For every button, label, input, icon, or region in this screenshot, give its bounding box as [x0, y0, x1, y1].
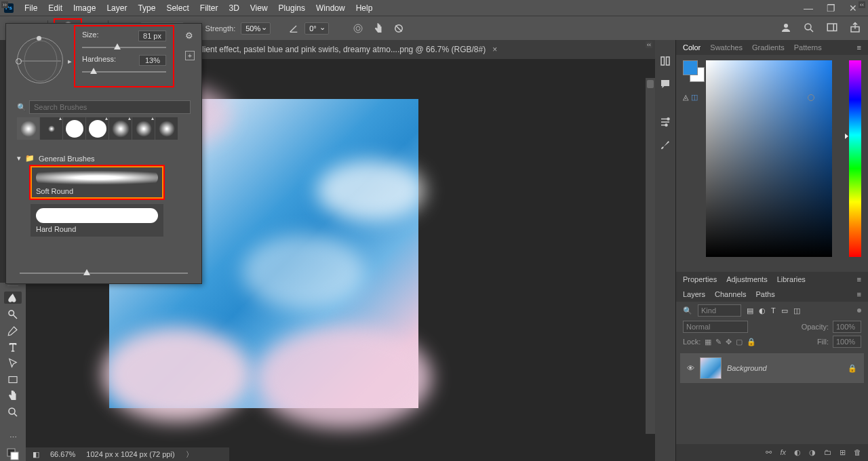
- tool-rectangle[interactable]: [4, 374, 22, 386]
- recent-brush[interactable]: ▴: [86, 117, 108, 140]
- layer-row-background[interactable]: 👁 Background 🔒: [680, 353, 864, 383]
- tool-hand[interactable]: [4, 390, 22, 402]
- zoom-level[interactable]: 66.67%: [50, 450, 75, 458]
- panel-menu-icon[interactable]: ≡: [857, 43, 861, 52]
- window-close-icon[interactable]: ✕: [849, 3, 857, 14]
- recent-brush[interactable]: ▴: [109, 117, 132, 140]
- filter-kind-select[interactable]: Kind: [698, 304, 741, 317]
- filter-search-icon[interactable]: 🔍: [683, 306, 692, 315]
- recent-brush[interactable]: [63, 117, 85, 140]
- brush-preset-soft-round[interactable]: Soft Round: [31, 166, 163, 199]
- tool-path-select[interactable]: [4, 357, 22, 369]
- panel-menu-icon[interactable]: ≡: [857, 275, 861, 283]
- brush-settings-gear-icon[interactable]: ⚙: [185, 31, 193, 41]
- size-slider[interactable]: [82, 47, 166, 48]
- recent-brush[interactable]: [155, 117, 178, 140]
- filter-adjust-icon[interactable]: ◐: [759, 306, 766, 315]
- finger-painting-icon[interactable]: [371, 21, 386, 36]
- layer-visibility-icon[interactable]: 👁: [687, 364, 694, 372]
- menu-3d[interactable]: 3D: [223, 3, 244, 13]
- tool-zoom[interactable]: [4, 406, 22, 418]
- collapse-icon[interactable]: ▾: [17, 154, 21, 163]
- tab-properties[interactable]: Properties: [683, 275, 717, 283]
- history-icon[interactable]: [659, 55, 671, 68]
- share-icon[interactable]: [849, 22, 861, 35]
- workspace-icon[interactable]: [826, 22, 838, 35]
- filter-smart-icon[interactable]: ◫: [793, 306, 800, 315]
- brush-search-input[interactable]: [29, 100, 191, 114]
- menu-image[interactable]: Image: [68, 3, 101, 13]
- document-tab[interactable]: lient effect, pastel blue and pink swirl…: [202, 45, 486, 54]
- quickmask-icon[interactable]: ◧: [33, 450, 39, 459]
- hue-slider[interactable]: [849, 60, 861, 257]
- tab-libraries[interactable]: Libraries: [777, 275, 806, 283]
- tool-type[interactable]: [4, 341, 22, 353]
- tool-pen[interactable]: [4, 325, 22, 337]
- size-value[interactable]: 81 px: [138, 31, 166, 41]
- menu-edit[interactable]: Edit: [43, 3, 68, 13]
- layer-lock-icon[interactable]: 🔒: [848, 364, 857, 373]
- menu-type[interactable]: Type: [132, 3, 161, 13]
- brushes-icon[interactable]: [659, 139, 671, 153]
- brush-angle-control[interactable]: ▸: [17, 37, 63, 83]
- foreground-background-colors[interactable]: [4, 447, 22, 461]
- strength-select[interactable]: 50%: [241, 22, 271, 35]
- cube-icon[interactable]: ◫: [691, 93, 698, 102]
- menu-layer[interactable]: Layer: [101, 3, 132, 13]
- tab-patterns[interactable]: Patterns: [794, 43, 822, 52]
- panel-menu-icon[interactable]: ≡: [857, 290, 861, 298]
- lock-pixels-icon[interactable]: ▦: [705, 338, 711, 346]
- tab-channels[interactable]: Channels: [715, 290, 746, 298]
- expand-strip-icon[interactable]: ››: [1, 1, 8, 8]
- angle-input[interactable]: 0°: [304, 22, 329, 35]
- status-chevron-icon[interactable]: 〉: [186, 449, 193, 460]
- lock-brush-icon[interactable]: ✎: [715, 338, 722, 346]
- window-minimize-icon[interactable]: —: [804, 3, 813, 14]
- filter-type-icon[interactable]: T: [771, 306, 776, 315]
- cloud-docs-icon[interactable]: [780, 22, 792, 35]
- filter-shape-icon[interactable]: ▭: [781, 306, 788, 315]
- opacity-input[interactable]: 100%: [833, 321, 861, 333]
- foreground-color-swatch[interactable]: [683, 60, 698, 75]
- menu-help[interactable]: Help: [351, 3, 378, 13]
- sample-all-layers-icon[interactable]: [391, 21, 406, 36]
- blend-mode-select[interactable]: Normal: [683, 321, 748, 333]
- lock-all-icon[interactable]: 🔒: [747, 338, 756, 346]
- color-field[interactable]: [706, 60, 832, 257]
- filter-toggle-icon[interactable]: [857, 308, 861, 313]
- delete-layer-icon[interactable]: 🗑: [854, 448, 861, 457]
- tool-edit-toolbar[interactable]: ⋯: [4, 431, 22, 443]
- tab-layers[interactable]: Layers: [683, 290, 705, 298]
- expand-panels-icon[interactable]: ‹‹: [859, 1, 865, 8]
- tab-swatches[interactable]: Swatches: [710, 43, 743, 52]
- new-layer-icon[interactable]: ⊞: [840, 448, 846, 457]
- menu-window[interactable]: Window: [311, 3, 351, 13]
- menu-file[interactable]: File: [19, 3, 43, 13]
- menu-plugins[interactable]: Plugins: [273, 3, 311, 13]
- recent-brush[interactable]: ▴: [132, 117, 155, 140]
- recent-brush[interactable]: ▴: [40, 117, 62, 140]
- comments-icon[interactable]: [659, 78, 671, 92]
- link-layers-icon[interactable]: ⚯: [766, 448, 772, 457]
- brush-preset-hard-round[interactable]: Hard Round: [31, 204, 163, 237]
- tab-adjustments[interactable]: Adjustments: [726, 275, 768, 283]
- fill-input[interactable]: 100%: [833, 336, 861, 348]
- layer-mask-icon[interactable]: ◐: [794, 448, 801, 457]
- lock-position-icon[interactable]: ✥: [726, 338, 732, 346]
- layer-name[interactable]: Background: [727, 364, 767, 372]
- pressure-size-icon[interactable]: [351, 21, 366, 36]
- tab-paths[interactable]: Paths: [756, 290, 775, 298]
- group-icon[interactable]: 🗀: [824, 448, 831, 457]
- adjustments-icon[interactable]: [659, 116, 671, 129]
- menu-select[interactable]: Select: [161, 3, 194, 13]
- lock-artboard-icon[interactable]: ▢: [736, 338, 743, 346]
- expand-right-tabbar-icon[interactable]: ‹‹: [646, 41, 652, 48]
- search-icon[interactable]: [803, 22, 815, 35]
- brush-preview-size-slider[interactable]: [20, 273, 188, 274]
- close-tab-icon[interactable]: ×: [492, 45, 497, 54]
- window-restore-icon[interactable]: ❐: [827, 3, 835, 14]
- adjustment-layer-icon[interactable]: ◑: [809, 448, 816, 457]
- layer-fx-icon[interactable]: fx: [780, 448, 786, 457]
- filter-pixel-icon[interactable]: ▤: [747, 306, 753, 315]
- menu-view[interactable]: View: [245, 3, 273, 13]
